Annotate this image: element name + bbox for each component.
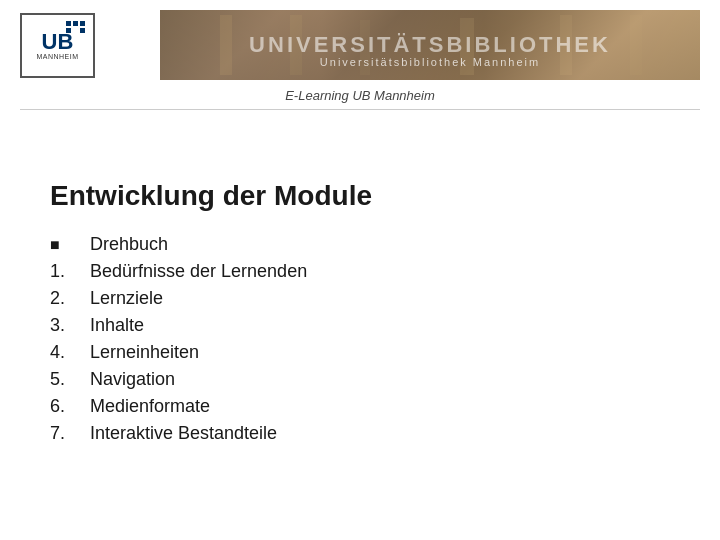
logo-subtitle: MANNHEIM (36, 53, 78, 60)
bullet-symbol: ■ (50, 236, 78, 254)
elearning-label: E-Learning UB Mannheim (20, 88, 700, 103)
list-item-text: Navigation (90, 369, 175, 390)
svg-rect-6 (630, 15, 642, 75)
university-banner: UNIVERSITÄTSBIBLIOTHEK Universitätsbibli… (160, 10, 700, 80)
list-item: 1.Bedürfnisse der Lernenden (50, 261, 670, 282)
list-number: 7. (50, 423, 78, 444)
header: UB MANNHEIM (0, 0, 720, 110)
slide: UB MANNHEIM (0, 0, 720, 540)
list-item-text: Bedürfnisse der Lernenden (90, 261, 307, 282)
list-item-text: Lerneinheiten (90, 342, 199, 363)
list-number: 5. (50, 369, 78, 390)
list-item: 3.Inhalte (50, 315, 670, 336)
list-number: 1. (50, 261, 78, 282)
list-item-bullet: ■ Drehbuch (50, 234, 670, 255)
list-item: 5.Navigation (50, 369, 670, 390)
banner-main-text: UNIVERSITÄTSBIBLIOTHEK (249, 32, 611, 58)
list-item-text: Lernziele (90, 288, 163, 309)
list-number: 4. (50, 342, 78, 363)
list-item-text: Inhalte (90, 315, 144, 336)
module-list: ■ Drehbuch 1.Bedürfnisse der Lernenden2.… (50, 234, 670, 444)
logo: UB MANNHEIM (20, 13, 95, 78)
list-item-text: Medienformate (90, 396, 210, 417)
svg-rect-1 (220, 15, 232, 75)
list-item: 2.Lernziele (50, 288, 670, 309)
list-item-text: Interaktive Bestandteile (90, 423, 277, 444)
header-divider (20, 109, 700, 110)
main-content: Entwicklung der Module ■ Drehbuch 1.Bedü… (0, 150, 720, 464)
page-title: Entwicklung der Module (50, 180, 670, 212)
list-item: 7.Interaktive Bestandteile (50, 423, 670, 444)
banner-background: UNIVERSITÄTSBIBLIOTHEK Universitätsbibli… (160, 10, 700, 80)
list-item: 4.Lerneinheiten (50, 342, 670, 363)
list-number: 3. (50, 315, 78, 336)
bullet-text: Drehbuch (90, 234, 168, 255)
list-number: 2. (50, 288, 78, 309)
logo-initials: UB (42, 31, 74, 53)
logo-grid (66, 21, 85, 33)
banner-subtitle: Universitätsbibliothek Mannheim (320, 56, 540, 68)
list-number: 6. (50, 396, 78, 417)
list-item: 6.Medienformate (50, 396, 670, 417)
